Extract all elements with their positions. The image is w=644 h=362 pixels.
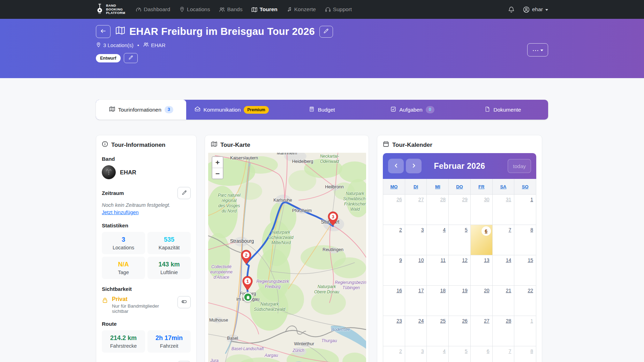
- calendar-date-link[interactable]: 20: [484, 288, 490, 293]
- calendar-cell[interactable]: 26: [449, 316, 470, 346]
- calendar-date-link[interactable]: 29: [462, 197, 468, 202]
- nav-item-dashboard[interactable]: Dashboard: [136, 6, 170, 13]
- calendar-date-link[interactable]: 27: [418, 197, 424, 202]
- more-actions-button[interactable]: [527, 43, 548, 56]
- calendar-date-link[interactable]: 25: [440, 318, 446, 324]
- calendar-cell[interactable]: 2: [383, 225, 405, 255]
- calendar-date-link[interactable]: 3: [421, 348, 424, 354]
- calendar-cell[interactable]: 5: [449, 225, 470, 255]
- calendar-cell[interactable]: 14: [493, 255, 514, 285]
- calendar-date-link[interactable]: 26: [462, 318, 468, 324]
- calendar-cell[interactable]: 5: [449, 346, 470, 362]
- notifications-bell-button[interactable]: [508, 6, 515, 13]
- calendar-cell[interactable]: 4: [427, 346, 448, 362]
- calendar-dow-link[interactable]: MI: [435, 184, 440, 189]
- calendar-date-link[interactable]: 23: [396, 318, 402, 324]
- calendar-date-link[interactable]: 30: [484, 197, 490, 202]
- calendar-cell[interactable]: 16: [383, 286, 405, 316]
- calendar-date-link[interactable]: 8: [530, 348, 533, 354]
- calendar-date-link[interactable]: 19: [462, 288, 468, 293]
- calendar-cell[interactable]: 31: [493, 195, 514, 225]
- calendar-cell[interactable]: 29: [449, 195, 470, 225]
- tab-budget[interactable]: Budget: [277, 100, 367, 120]
- visibility-toggle-button[interactable]: [177, 296, 191, 308]
- calendar-date-link[interactable]: 28: [506, 318, 512, 324]
- map-marker-2[interactable]: 2: [241, 250, 251, 264]
- zoom-out-button[interactable]: −: [212, 168, 223, 179]
- tab-kommunikation[interactable]: KommunikationPremium: [186, 100, 276, 120]
- calendar-date-link[interactable]: 28: [440, 197, 446, 202]
- calendar-cell[interactable]: 2: [383, 346, 405, 362]
- calendar-cell[interactable]: 8: [514, 346, 536, 362]
- calendar-dow-link[interactable]: MO: [390, 184, 397, 189]
- calendar-cell[interactable]: 15: [514, 255, 536, 285]
- calendar-date-link[interactable]: 6: [487, 348, 490, 354]
- calendar-date-link[interactable]: 4: [443, 348, 446, 354]
- calendar-cell[interactable]: 19: [449, 286, 470, 316]
- calendar-prev-button[interactable]: [388, 159, 404, 173]
- calendar-cell[interactable]: 11: [427, 255, 448, 285]
- calendar-date-link[interactable]: 11: [441, 257, 446, 263]
- calendar-date-link[interactable]: 2: [399, 227, 402, 233]
- calendar-date-link[interactable]: 2: [399, 348, 402, 354]
- calendar-date-link[interactable]: 27: [484, 318, 490, 324]
- calendar-cell[interactable]: 24: [405, 316, 427, 346]
- zoom-in-button[interactable]: +: [212, 157, 223, 168]
- calendar-cell[interactable]: 13: [471, 255, 492, 285]
- calendar-cell[interactable]: 8: [514, 225, 536, 255]
- calendar-date-link[interactable]: 24: [418, 318, 424, 324]
- user-menu[interactable]: ehar: [523, 6, 548, 13]
- calendar-cell[interactable]: 7: [493, 225, 514, 255]
- calendar-date-link[interactable]: 18: [440, 288, 446, 293]
- calendar-cell[interactable]: 10: [405, 255, 427, 285]
- map-marker-1[interactable]: 1: [242, 276, 253, 290]
- calendar-date-link[interactable]: 6: [482, 226, 491, 236]
- calendar-cell[interactable]: 27: [471, 316, 492, 346]
- calendar-cell[interactable]: 25: [427, 316, 448, 346]
- calendar-date-link[interactable]: 22: [528, 288, 533, 293]
- calendar-date-link[interactable]: 1: [530, 318, 533, 324]
- calendar-cell[interactable]: 12: [449, 255, 470, 285]
- calendar-today-button[interactable]: today: [508, 159, 531, 173]
- calendar-cell[interactable]: 26: [383, 195, 405, 225]
- nav-item-support[interactable]: Support: [325, 6, 352, 13]
- add-zeitraum-link[interactable]: Jetzt hinzufügen: [102, 210, 139, 215]
- calendar-dow-link[interactable]: FR: [478, 184, 484, 189]
- calendar-cell[interactable]: 28: [427, 195, 448, 225]
- calendar-date-link[interactable]: 12: [462, 257, 468, 263]
- calendar-date-link[interactable]: 7: [508, 227, 511, 233]
- calendar-cell-today[interactable]: 6: [471, 225, 492, 255]
- calendar-date-link[interactable]: 5: [465, 348, 468, 354]
- edit-status-button[interactable]: [124, 53, 138, 63]
- edit-zeitraum-button[interactable]: [177, 187, 191, 199]
- map-start-marker[interactable]: [243, 293, 253, 302]
- calendar-dow-link[interactable]: SO: [522, 184, 529, 189]
- calendar-date-link[interactable]: 17: [418, 288, 424, 293]
- nav-item-touren[interactable]: Touren: [251, 6, 277, 13]
- edit-title-button[interactable]: [319, 26, 333, 38]
- calendar-cell[interactable]: 30: [471, 195, 492, 225]
- calendar-date-link[interactable]: 9: [399, 257, 402, 263]
- calendar-cell[interactable]: 1: [514, 195, 536, 225]
- calendar-date-link[interactable]: 13: [484, 257, 490, 263]
- calendar-cell[interactable]: 17: [405, 286, 427, 316]
- calendar-cell[interactable]: 3: [405, 346, 427, 362]
- calendar-date-link[interactable]: 8: [530, 227, 533, 233]
- calendar-cell[interactable]: 3: [405, 225, 427, 255]
- brand-logo[interactable]: BAND BOOKING PLATFORM: [96, 3, 125, 15]
- calendar-date-link[interactable]: 14: [506, 257, 512, 263]
- calendar-date-link[interactable]: 5: [465, 227, 468, 233]
- calendar-date-link[interactable]: 16: [396, 288, 402, 293]
- calendar-cell[interactable]: 21: [493, 286, 514, 316]
- calendar-cell[interactable]: 20: [471, 286, 492, 316]
- calendar-cell[interactable]: 18: [427, 286, 448, 316]
- calendar-next-button[interactable]: [406, 159, 422, 173]
- tab-dokumente[interactable]: Dokumente: [458, 100, 548, 120]
- calendar-cell[interactable]: 28: [493, 316, 514, 346]
- calendar-cell[interactable]: 1: [514, 316, 536, 346]
- calendar-date-link[interactable]: 7: [508, 348, 511, 354]
- back-button[interactable]: [96, 25, 111, 38]
- calendar-cell[interactable]: 7: [493, 346, 514, 362]
- calendar-date-link[interactable]: 15: [528, 257, 533, 263]
- calendar-date-link[interactable]: 10: [418, 257, 424, 263]
